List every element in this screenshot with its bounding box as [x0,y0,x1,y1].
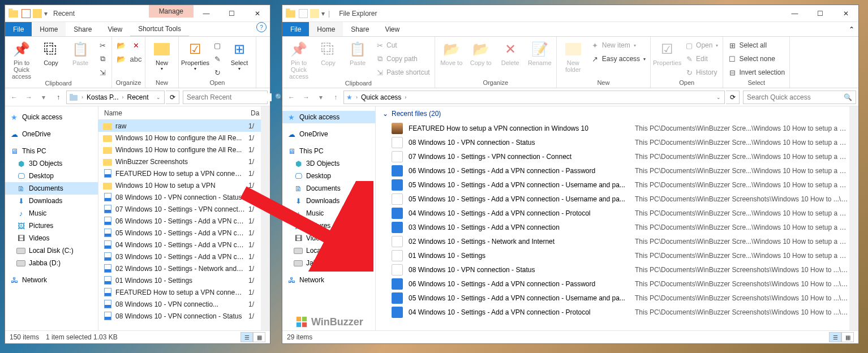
sidebar-item[interactable]: ⬇Downloads [5,195,98,207]
paste-button[interactable]: 📋Paste [343,38,372,66]
cut-button[interactable]: ✂Cut [373,39,432,51]
copy-path-button[interactable]: ⧉Copy path [373,53,432,65]
file-row[interactable]: 01 Windows 10 - Settings1/ [98,274,261,286]
paste-button[interactable]: 📋Paste [66,38,94,66]
sidebar-item[interactable]: ☁OneDrive [282,128,375,140]
history-button[interactable]: ↻ [210,66,224,79]
tab-shortcut-tools[interactable]: Shortcut Tools [130,22,189,36]
recent-locations-button[interactable]: ▾ [37,91,50,104]
back-button[interactable]: ← [285,91,298,104]
recent-files-header[interactable]: ⌄Recent files (20) [376,106,849,121]
file-row[interactable]: 04 Windows 10 - Settings - Add a VPN co.… [98,239,261,251]
file-row[interactable]: 08 Windows 10 - VPN connection - Status1… [98,310,261,322]
sidebar-item[interactable]: 🖼Pictures [5,219,98,232]
edit-button[interactable]: ✎ [210,53,224,65]
column-name[interactable]: Name [98,109,245,117]
tab-view[interactable]: View [100,22,130,36]
recent-file-row[interactable]: 08 Windows 10 - VPN connection - StatusT… [376,262,849,277]
recent-file-row[interactable]: 05 Windows 10 - Settings - Add a VPN con… [376,178,849,192]
tab-home[interactable]: Home [309,22,343,36]
file-row[interactable]: Windows 10 How to configure the All Re..… [98,132,261,144]
sidebar-item[interactable]: Local Disk (C:) [5,244,98,257]
sidebar-item[interactable]: ♪Music [282,207,375,219]
scrollbar-vertical[interactable] [261,106,270,330]
file-row[interactable]: 06 Windows 10 - Settings - Add a VPN co.… [98,215,261,227]
select-none-button[interactable]: ☐Select none [725,53,787,65]
qat-new-icon[interactable] [310,9,319,18]
recent-file-row[interactable]: FEATURED How to setup a VPN connection i… [376,121,849,135]
chevron-right-icon[interactable]: › [403,94,407,100]
maximize-button[interactable]: ☐ [219,5,244,22]
file-row[interactable]: Windows 10 How to setup a VPN1/ [98,179,261,191]
back-button[interactable]: ← [7,91,21,104]
search-box[interactable]: 🔍 [743,91,856,104]
search-input[interactable] [187,93,272,101]
recent-file-row[interactable]: 06 Windows 10 - Settings - Add a VPN con… [376,277,849,291]
recent-files-pane[interactable]: ⌄Recent files (20) FEATURED How to setup… [376,106,849,330]
navigation-pane[interactable]: ★Quick access☁OneDrive🖥This PC⬢3D Object… [5,106,98,330]
recent-file-row[interactable]: 03 Windows 10 - Settings - Add a VPN con… [376,220,849,234]
close-button[interactable]: ✕ [833,5,858,22]
recent-file-row[interactable]: 05 Windows 10 - Settings - Add a VPN con… [376,192,849,206]
recent-file-row[interactable]: 05 Windows 10 - Settings - Add a VPN con… [376,291,849,305]
open-button[interactable]: ▢ [210,39,224,51]
chevron-down-icon[interactable]: ⌄ [715,94,722,100]
file-row[interactable]: 03 Windows 10 - Settings - Add a VPN co.… [98,251,261,262]
minimize-button[interactable]: — [782,5,807,22]
breadcrumb[interactable]: ★ › Quick access › ⌄ [343,91,725,104]
select-all-button[interactable]: ⊞Select all [725,39,787,51]
minimize-button[interactable]: — [194,5,219,22]
sidebar-item[interactable]: Jabba (D:) [282,257,375,269]
close-button[interactable]: ✕ [244,5,270,22]
recent-file-row[interactable]: 08 Windows 10 - VPN connection - StatusT… [376,135,849,149]
open-button[interactable]: ▢Open▾ [682,39,720,51]
titlebar[interactable]: ▾ Recent Manage — ☐ ✕ [5,5,270,22]
file-row[interactable]: FEATURED How to setup a VPN connecti...1… [98,286,261,298]
easy-access-button[interactable]: ↗Easy access▾ [588,53,648,65]
recent-file-row[interactable]: 07 Windows 10 - Settings - VPN connectio… [376,149,849,163]
select-button[interactable]: ⊞Select▾ [225,38,253,71]
sidebar-item[interactable]: 🖧Network [282,274,375,286]
rename-button[interactable]: 📝Rename [526,38,554,66]
help-icon[interactable]: ? [256,22,267,32]
recent-file-row[interactable]: 04 Windows 10 - Settings - Add a VPN con… [376,206,849,220]
tab-file[interactable]: File [5,22,32,36]
qat-props-icon[interactable] [299,9,308,18]
file-row[interactable]: 08 Windows 10 - VPN connection - Status1… [98,191,261,203]
crumb-segment[interactable]: Quick access [361,93,401,101]
forward-button[interactable]: → [299,91,313,104]
sidebar-item[interactable]: Local Disk (C:) [282,244,375,257]
copy-button[interactable]: ⿻Copy [314,38,342,66]
chevron-right-icon[interactable]: › [121,94,124,100]
file-list-pane[interactable]: Name Da raw1/Windows 10 How to configure… [98,106,261,330]
sidebar-item[interactable]: 🗎Documents [282,182,375,195]
file-row[interactable]: raw1/ [98,120,261,132]
manage-contextual-tab[interactable]: Manage [149,5,194,18]
chevron-right-icon[interactable]: › [355,94,359,100]
copy-path-button[interactable]: ⧉ [96,53,109,65]
titlebar[interactable]: ▾ | File Explorer — ☐ ✕ [282,5,858,22]
column-date[interactable]: Da [245,109,261,117]
chevron-down-icon[interactable]: ⌄ [155,94,162,100]
paste-shortcut-button[interactable]: ⇲ [96,66,109,79]
recent-file-row[interactable]: 01 Windows 10 - SettingsThis PC\Document… [376,248,849,262]
delete-button[interactable]: ✕Delete [496,38,525,66]
view-icons-button[interactable]: ▦ [841,332,854,342]
sidebar-item[interactable]: 🖧Network [5,274,98,286]
search-input[interactable] [747,93,840,101]
edit-button[interactable]: ✎Edit [682,53,720,65]
delete-button[interactable]: ✕ [129,39,143,51]
forward-button[interactable]: → [22,91,36,104]
copy-button[interactable]: ⿻Copy [37,38,65,66]
sidebar-item[interactable]: Jabba (D:) [5,257,98,269]
tab-home[interactable]: Home [32,22,66,36]
move-to-button[interactable]: 📂Move to [437,38,466,66]
file-row[interactable]: 05 Windows 10 - Settings - Add a VPN co.… [98,227,261,239]
up-button[interactable]: ↑ [51,91,65,104]
qat-new-icon[interactable] [33,9,42,18]
collapse-ribbon-button[interactable]: ⌃ [845,22,858,36]
file-row[interactable]: 08 Windows 10 - VPN connectio...1/ [98,298,261,310]
qat-props-icon[interactable] [22,9,31,18]
scrollbar-vertical[interactable] [849,106,858,330]
tab-view[interactable]: View [377,22,407,36]
